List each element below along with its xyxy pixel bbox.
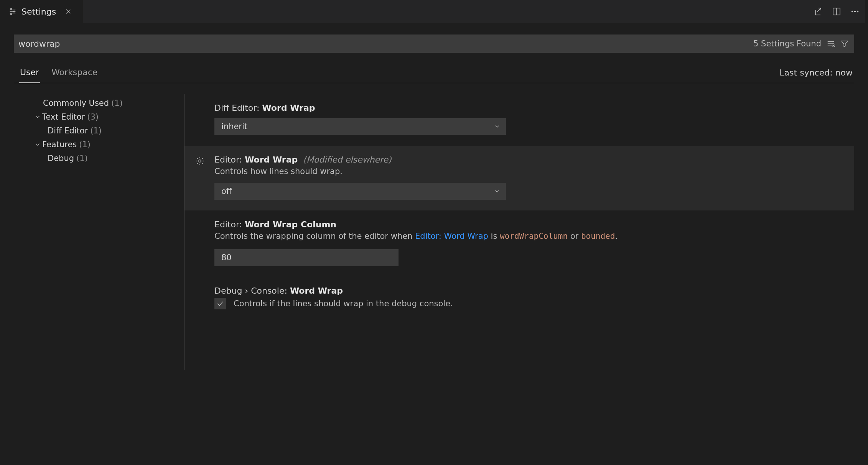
setting-title: Diff Editor: Word Wrap [214,103,850,113]
settings-icon [8,7,17,16]
toc-label: Text Editor [42,112,85,122]
setting-title-prefix: Diff Editor: [214,103,262,113]
svg-point-10 [852,11,853,12]
open-settings-json-icon[interactable] [814,7,823,16]
select-value: off [221,187,232,196]
gear-icon[interactable] [195,156,204,166]
setting-title-name: Word Wrap [290,286,343,296]
chevron-down-icon [33,113,42,120]
toc-commonly-used[interactable]: Commonly Used (1) [14,96,184,110]
settings-columns: Commonly Used (1) Text Editor (3) Diff E… [14,94,854,370]
svg-point-11 [855,11,856,12]
select-value: inherit [221,122,247,131]
settings-scope-row: User Workspace Last synced: now [14,64,854,83]
tab-label: Settings [21,7,56,16]
editor-tab-bar: Settings [0,0,868,23]
clear-search-icon[interactable] [827,39,835,48]
tab-settings[interactable]: Settings [0,0,83,23]
settings-found-count: 5 Settings Found [753,39,821,48]
scope-tab-user[interactable]: User [19,64,40,83]
svg-point-12 [857,11,858,12]
desc-text: or [568,232,581,241]
toc-text-editor[interactable]: Text Editor (3) [14,110,184,124]
toc-label: Diff Editor [48,126,88,135]
setting-number-input[interactable] [214,249,399,266]
setting-checkbox[interactable] [214,298,226,309]
setting-description: Controls if the lines should wrap in the… [234,299,453,308]
toc-count: (3) [87,112,99,122]
svg-point-18 [199,160,201,162]
toc-label: Debug [48,154,74,163]
toc-features[interactable]: Features (1) [14,138,184,151]
toc-label: Features [42,140,77,149]
more-actions-icon[interactable] [850,7,860,16]
setting-link-editor-word-wrap[interactable]: Editor: Word Wrap [415,232,488,241]
setting-select[interactable]: inherit [214,118,506,135]
chevron-down-icon [33,141,42,148]
setting-editor-word-wrap: Editor: Word Wrap(Modified elsewhere) Co… [184,146,854,210]
setting-title-prefix: Debug › Console: [214,286,290,296]
desc-code: bounded [581,232,615,241]
setting-title-prefix: Editor: [214,220,245,229]
check-icon [216,300,224,307]
chevron-down-icon [494,188,501,195]
settings-search-input[interactable] [18,39,753,49]
desc-code: wordWrapColumn [500,232,568,241]
scope-tab-workspace[interactable]: Workspace [51,64,98,83]
settings-toc: Commonly Used (1) Text Editor (3) Diff E… [14,94,184,370]
setting-title: Editor: Word Wrap(Modified elsewhere) [214,155,850,164]
setting-title-name: Word Wrap [262,103,315,113]
setting-description: Controls how lines should wrap. [214,167,850,176]
split-editor-icon[interactable] [832,7,841,16]
sync-status: Last synced: now [779,68,854,83]
setting-title-name: Word Wrap [245,155,298,164]
desc-text: . [615,232,618,241]
tabbar-actions [808,0,865,23]
setting-description: Controls the wrapping column of the edit… [214,232,850,241]
setting-title-prefix: Editor: [214,155,245,164]
setting-title-name: Word Wrap Column [245,220,336,229]
settings-body: 5 Settings Found User Workspace Last syn… [0,23,868,370]
toc-count: (1) [76,154,88,163]
settings-search-row: 5 Settings Found [14,35,854,53]
setting-diff-editor-word-wrap: Diff Editor: Word Wrap inherit [214,94,850,146]
desc-text: Controls the wrapping column of the edit… [214,232,415,241]
tabbar-spacer [83,0,808,23]
toc-label: Commonly Used [43,99,109,108]
toc-debug[interactable]: Debug (1) [14,151,184,165]
toc-count: (1) [111,99,123,108]
filter-icon[interactable] [840,39,849,48]
settings-list: Diff Editor: Word Wrap inherit Editor: W… [184,94,854,370]
toc-diff-editor[interactable]: Diff Editor (1) [14,124,184,138]
setting-modified-note: (Modified elsewhere) [303,155,391,164]
toc-count: (1) [90,126,102,135]
setting-debug-console-word-wrap: Debug › Console: Word Wrap Controls if t… [214,277,850,320]
chevron-down-icon [494,123,501,130]
setting-title: Debug › Console: Word Wrap [214,286,850,296]
desc-text: is [488,232,500,241]
setting-editor-word-wrap-column: Editor: Word Wrap Column Controls the wr… [214,210,850,277]
toc-count: (1) [79,140,91,149]
setting-select[interactable]: off [214,183,506,200]
close-icon[interactable] [65,8,72,15]
setting-title: Editor: Word Wrap Column [214,220,850,229]
